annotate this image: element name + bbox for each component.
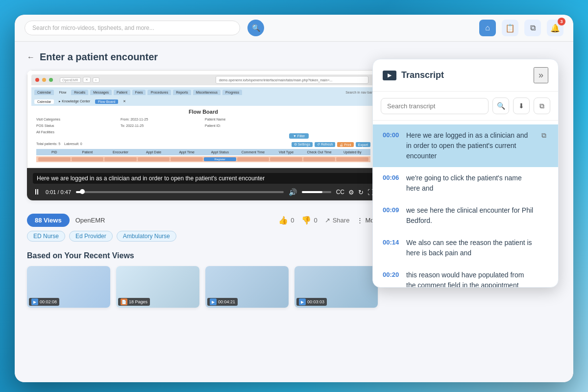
emr-screenshot: OpenEMR ✕ + demo.openemr.io/b/openemr/in…: [27, 70, 380, 168]
entry-time-1: 00:00: [383, 130, 400, 139]
video-player: Here we are logged in as a clinician and…: [27, 168, 380, 200]
video-progress-bar[interactable]: [76, 191, 284, 193]
browser-max-dot: [49, 78, 53, 82]
tag-ed-provider[interactable]: Ed Provider: [69, 231, 113, 242]
entry-text-4: We also can see the reason the patient i…: [406, 238, 534, 258]
list-item[interactable]: 00:06 we're going to click the patient's…: [373, 167, 558, 199]
emr-sub-tab-flowboard[interactable]: Flow Board: [95, 99, 118, 104]
transcript-panel: Transcript » 🔍 ⬇ ⧉ 00:00 Here we are log…: [372, 59, 559, 288]
list-item[interactable]: ▶ 00:02:08: [27, 266, 110, 308]
progress-dot: [80, 189, 85, 194]
emr-tab-patient[interactable]: Patient: [114, 90, 130, 95]
entry-text-5: this reason would have populated from th…: [406, 270, 534, 287]
home-button[interactable]: ⌂: [479, 20, 496, 36]
transcript-search-input[interactable]: [381, 98, 489, 114]
video-thumb-icon-1: ▶: [31, 298, 38, 305]
thumb-duration-3: ▶ 00:04:21: [207, 298, 238, 306]
entry-time-5: 00:20: [383, 270, 400, 278]
transcript-entries: 00:00 Here we are logged in as a clinici…: [373, 121, 558, 287]
search-bar: Search for micro-videos, tipsheets, and …: [24, 21, 240, 35]
emr-refresh-btn[interactable]: ↺ Refresh: [315, 142, 335, 147]
emr-tab-calendar[interactable]: Calendar: [34, 90, 54, 95]
emr-sub-tab-x[interactable]: ✕: [120, 99, 129, 104]
recent-card-thumb-2: 📄 18 Pages: [116, 266, 199, 308]
tag-ed-nurse[interactable]: ED Nurse: [27, 231, 65, 242]
list-item[interactable]: ▶ 00:04:21: [205, 266, 289, 308]
more-dots-icon: ⋮: [357, 217, 363, 224]
emr-tab-procedures[interactable]: Procedures: [147, 90, 171, 95]
copy-button[interactable]: ⧉: [524, 20, 541, 36]
transcript-download-button[interactable]: ⬇: [513, 98, 530, 114]
dislike-group[interactable]: 👎 0: [301, 216, 317, 225]
search-icon-circle[interactable]: 🔍: [247, 20, 264, 36]
volume-bar[interactable]: [302, 191, 331, 193]
views-badge: 88 Views: [27, 214, 70, 227]
duration-text-4: 00:03:03: [307, 299, 324, 304]
list-item[interactable]: 00:14 We also can see the reason the pat…: [373, 232, 558, 264]
volume-icon[interactable]: 🔊: [289, 188, 297, 196]
list-item[interactable]: 00:00 Here we are logged in as a clinici…: [373, 124, 558, 167]
recent-card-thumb-1: ▶ 00:02:08: [27, 266, 110, 308]
transcript-title: Transcript: [383, 70, 444, 80]
emr-export-btn[interactable]: Export: [356, 142, 370, 147]
doc-thumb-icon-2: 📄: [121, 298, 127, 305]
notification-badge: 3: [558, 18, 565, 25]
tag-ambulatory-nurse[interactable]: Ambulatory Nurse: [117, 231, 176, 242]
entry-text-2: we're going to click the patient's name …: [406, 173, 534, 194]
duration-text-3: 00:04:21: [218, 299, 235, 304]
video-controls: ⏸ 0:01 / 0:47 🔊: [33, 188, 374, 196]
recent-card-thumb-4: ▶ 00:03:03: [294, 266, 378, 308]
transcript-search-button[interactable]: 🔍: [492, 98, 509, 114]
emr-tab-fees[interactable]: Fees: [132, 90, 146, 95]
entry-copy-button-1[interactable]: ⧉: [539, 130, 548, 141]
list-item[interactable]: ▶ 00:03:03: [294, 266, 378, 308]
browser-close-dot: [35, 78, 39, 82]
emr-stats: Total patients: 5 Labresult: 0 ⚙ Setting…: [36, 142, 370, 147]
emr-tab-reports[interactable]: Reports: [173, 90, 191, 95]
list-item[interactable]: 📄 18 Pages: [116, 266, 199, 308]
video-caption: Here we are logged in as a clinician and…: [33, 173, 374, 184]
settings-icon[interactable]: ⚙: [348, 189, 354, 196]
recent-card-thumb-3: ▶ 00:04:21: [205, 266, 289, 308]
emr-print-btn[interactable]: 🖨 Print: [337, 142, 353, 147]
emr-tab-recalls[interactable]: Recalls: [71, 90, 88, 95]
transcript-title-text: Transcript: [401, 70, 444, 80]
clipboard-button[interactable]: 📋: [502, 20, 518, 36]
time-display: 0:01 / 0:47: [46, 189, 71, 195]
share-icon: ↗: [325, 217, 330, 224]
close-transcript-button[interactable]: »: [534, 67, 548, 83]
rotate-icon[interactable]: ↻: [358, 189, 364, 196]
emr-tab-messages[interactable]: Messages: [90, 90, 112, 95]
emr-tab-misc[interactable]: Miscellaneous: [193, 90, 220, 95]
back-button[interactable]: ←: [27, 53, 35, 62]
list-item[interactable]: 00:20 this reason would have populated f…: [373, 264, 558, 287]
emr-settings-btn[interactable]: ⚙ Settings: [292, 142, 313, 147]
share-button[interactable]: ↗ Share: [325, 217, 350, 224]
notification-button[interactable]: 🔔 3: [547, 20, 564, 36]
bell-icon: 🔔: [550, 24, 560, 33]
browser-min-dot: [42, 78, 46, 82]
current-time: 0:01: [46, 189, 56, 195]
emr-tab-flow[interactable]: Flow: [56, 90, 69, 95]
meta-actions: 👍 0 👎 0 ↗ Share ⋮ More: [278, 216, 380, 225]
thumb-duration-2: 📄 18 Pages: [118, 298, 150, 306]
like-group[interactable]: 👍 0: [278, 216, 294, 225]
copy-icon: ⧉: [539, 102, 544, 110]
emr-tab-progress[interactable]: Progress: [222, 90, 242, 95]
entry-time-4: 00:14: [383, 238, 400, 246]
entry-text-3: we see here the clinical encounter for P…: [406, 205, 534, 226]
emr-sub-tab-knowledge[interactable]: ▸ Knowledge Center: [56, 99, 93, 104]
play-pause-button[interactable]: ⏸: [33, 188, 41, 196]
entry-text-1: Here we are logged in as a clinician and…: [406, 130, 534, 161]
entry-time-2: 00:06: [383, 173, 400, 181]
entry-time-3: 00:09: [383, 205, 400, 214]
list-item[interactable]: 00:09 we see here the clinical encounter…: [373, 199, 558, 232]
emr-filter-btn[interactable]: ▼ Filter: [289, 133, 309, 139]
table-row: Register: [36, 156, 370, 162]
duration-text-1: 00:02:08: [40, 299, 57, 304]
transcript-copy-button[interactable]: ⧉: [534, 98, 550, 114]
tags-row: ED Nurse Ed Provider Ambulatory Nurse: [27, 231, 380, 242]
thumb-duration-4: ▶ 00:03:03: [296, 298, 327, 306]
emr-sub-tab-calendar[interactable]: Calendar: [34, 99, 54, 104]
captions-icon[interactable]: CC: [336, 189, 344, 196]
